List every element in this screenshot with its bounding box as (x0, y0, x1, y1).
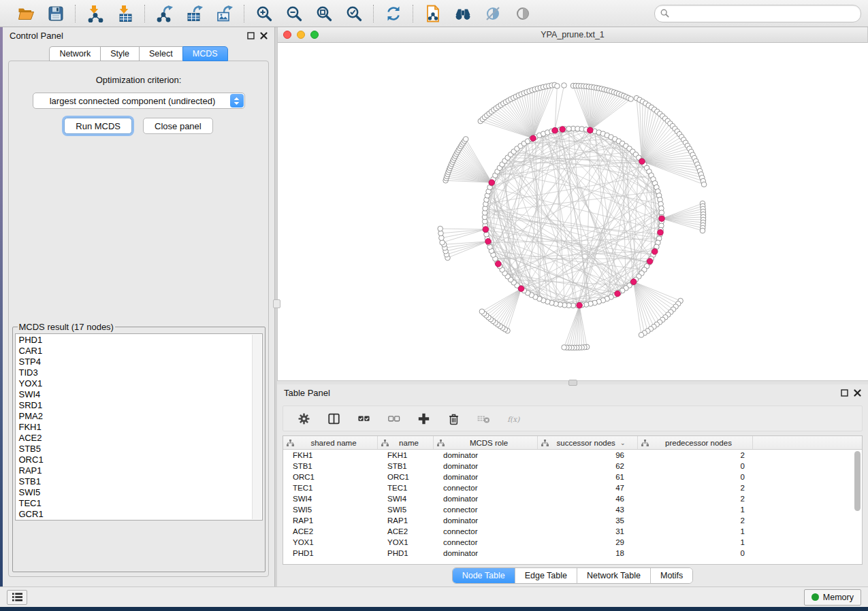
select-all-button[interactable] (355, 410, 372, 427)
scrollbar-thumb[interactable] (854, 451, 861, 511)
columns-icon (327, 412, 341, 426)
export-image-button[interactable] (214, 3, 235, 24)
show-column-panel-button[interactable] (325, 410, 342, 427)
open-file-button[interactable] (16, 3, 36, 24)
import-network-button[interactable] (85, 3, 106, 24)
fx-icon: f(x) (507, 412, 521, 426)
close-panel-button[interactable]: Close panel (143, 118, 213, 134)
table-row[interactable]: TEC1TEC1connector472 (283, 482, 862, 493)
close-panel-icon[interactable] (854, 389, 861, 397)
table-row[interactable]: ORC1ORC1dominator610 (283, 472, 862, 482)
hide-details-eye-icon (484, 5, 502, 22)
mcds-list-scrollbar[interactable] (252, 335, 261, 519)
tab-select[interactable]: Select (139, 46, 182, 61)
cell-predecessors: 1 (638, 538, 753, 546)
save-session-button[interactable] (46, 3, 66, 24)
mcds-node-item[interactable]: TEC1 (19, 498, 262, 509)
tab-style[interactable]: Style (100, 46, 139, 61)
tab-node-table[interactable]: Node Table (453, 568, 515, 583)
float-panel-icon[interactable] (841, 389, 848, 397)
mcds-node-item[interactable]: STP4 (19, 357, 262, 367)
horizontal-splitter[interactable] (277, 381, 868, 384)
table-row[interactable]: STB1STB1dominator620 (283, 461, 862, 472)
function-builder-button[interactable]: f(x) (505, 410, 521, 427)
select-all-icon (357, 412, 371, 426)
delete-table-button[interactable] (475, 410, 492, 427)
maximize-window-button[interactable] (310, 31, 319, 39)
table-row[interactable]: PHD1PHD1dominator180 (283, 548, 862, 559)
export-network-button[interactable] (155, 3, 175, 24)
show-graphics-details-button[interactable] (513, 3, 533, 24)
mcds-node-item[interactable]: ORC1 (19, 455, 262, 465)
mcds-node-item[interactable]: CAR1 (19, 346, 262, 357)
mcds-result-title: MCDS result (17 nodes) (18, 322, 115, 332)
tab-network-table[interactable]: Network Table (577, 568, 651, 583)
mcds-node-item[interactable]: FKH1 (19, 422, 262, 433)
table-row[interactable]: FKH1FKH1dominator962 (283, 450, 862, 461)
splitter-grip[interactable] (273, 299, 280, 308)
minimize-window-button[interactable] (297, 31, 305, 39)
vertical-splitter[interactable] (274, 27, 277, 587)
column-type-icon (437, 440, 445, 446)
tab-edge-table[interactable]: Edge Table (515, 568, 577, 583)
mcds-node-item[interactable]: YOX1 (19, 378, 262, 389)
table-row[interactable]: YOX1YOX1connector291 (283, 537, 862, 548)
first-neighbors-button[interactable] (453, 3, 473, 24)
close-panel-icon[interactable] (260, 32, 268, 39)
mcds-node-item[interactable]: TID3 (19, 367, 262, 378)
zoom-in-button[interactable] (254, 3, 274, 24)
splitter-grip[interactable] (568, 380, 577, 386)
cell-shared_name: SWI4 (283, 495, 378, 503)
tab-mcds[interactable]: MCDS (182, 46, 228, 61)
table-row[interactable]: SWI4SWI4dominator462 (283, 493, 862, 504)
cell-shared_name: PHD1 (283, 549, 378, 557)
mcds-node-item[interactable]: GCR1 (19, 509, 262, 520)
table-scrollbar[interactable] (853, 450, 862, 564)
table-row[interactable]: ACE2ACE2connector311 (283, 526, 862, 537)
zoom-in-icon (255, 5, 273, 22)
mcds-node-item[interactable]: STB1 (19, 476, 262, 487)
close-window-button[interactable] (283, 31, 291, 39)
column-header-role[interactable]: MCDS role (434, 436, 538, 449)
table-settings-button[interactable] (295, 410, 312, 427)
delete-column-button[interactable] (445, 410, 462, 427)
zoom-selected-button[interactable] (344, 3, 364, 24)
add-column-button[interactable] (415, 410, 432, 427)
network-canvas[interactable] (278, 43, 868, 380)
search-input[interactable] (673, 8, 855, 19)
column-header-shared_name[interactable]: shared name (283, 436, 378, 449)
mcds-result-list[interactable]: PHD1CAR1STP4TID3YOX1SWI4SRD1PMA2FKH1ACE2… (15, 333, 263, 521)
table-row[interactable]: SWI5SWI5connector431 (283, 504, 862, 515)
tab-network[interactable]: Network (49, 46, 100, 61)
tab-motifs[interactable]: Motifs (651, 568, 692, 583)
task-history-button[interactable] (7, 590, 27, 605)
column-header-predecessors[interactable]: predecessor nodes (638, 436, 753, 449)
cell-predecessors: 0 (638, 549, 753, 557)
optimization-criterion-select[interactable]: largest connected component (undirected) (33, 93, 245, 109)
mcds-node-item[interactable]: PMA2 (19, 411, 262, 422)
table-row[interactable]: RAP1RAP1dominator352 (283, 515, 862, 526)
mcds-node-item[interactable]: ACE2 (19, 433, 262, 444)
mcds-node-item[interactable]: SRD1 (19, 400, 262, 411)
hide-graphics-details-button[interactable] (483, 3, 503, 24)
run-mcds-button[interactable]: Run MCDS (64, 118, 132, 134)
search-box[interactable] (654, 5, 861, 22)
mcds-node-item[interactable]: SWI5 (19, 487, 262, 498)
float-panel-icon[interactable] (247, 32, 255, 39)
import-table-button[interactable] (115, 3, 135, 24)
cell-name: YOX1 (378, 538, 434, 546)
zoom-out-button[interactable] (284, 3, 304, 24)
network-from-file-icon (424, 5, 442, 22)
column-header-name[interactable]: name (378, 436, 434, 449)
zoom-fit-button[interactable] (314, 3, 334, 24)
export-table-button[interactable] (184, 3, 205, 24)
column-header-successors[interactable]: successor nodes⌄ (538, 436, 638, 449)
new-network-from-selection-button[interactable] (423, 3, 443, 24)
mcds-node-item[interactable]: RAP1 (19, 465, 262, 476)
deselect-all-button[interactable] (385, 410, 402, 427)
memory-button[interactable]: Memory (804, 589, 861, 606)
mcds-node-item[interactable]: PHD1 (19, 335, 262, 346)
mcds-node-item[interactable]: STB5 (19, 444, 262, 455)
refresh-view-button[interactable] (383, 3, 404, 24)
mcds-node-item[interactable]: SWI4 (19, 389, 262, 400)
